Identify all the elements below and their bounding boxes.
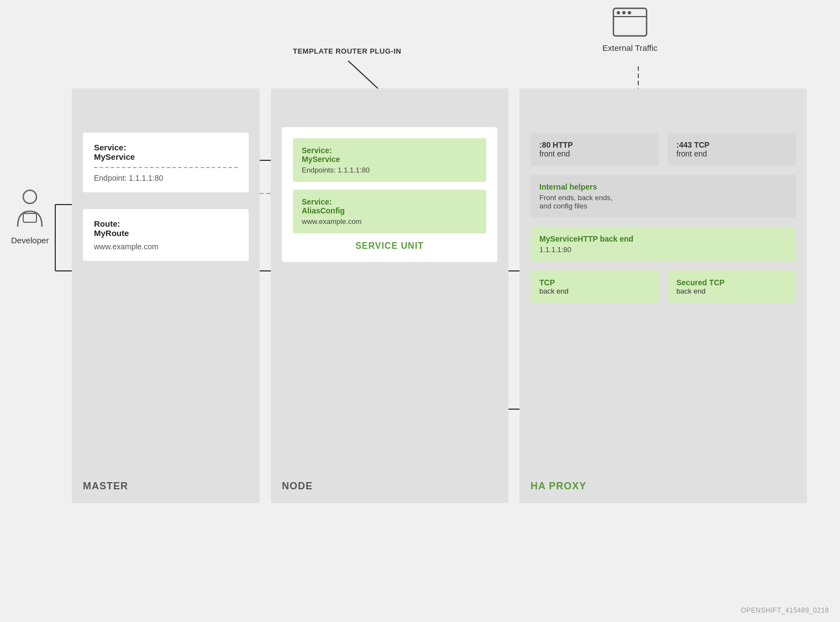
- service-unit-box: Service: MyService Endpoints: 1.1.1.1:80…: [282, 127, 497, 262]
- tcp-frontend-title: :443 TCP: [676, 140, 787, 149]
- node-aliasconfig-url: www.example.com: [302, 217, 477, 226]
- svg-point-19: [628, 11, 631, 14]
- service-myservice-title: Service: MyService: [94, 143, 238, 161]
- backend-row: TCP back end Secured TCP back end: [531, 270, 796, 303]
- master-box: Service: MyService Endpoint: 1.1.1.1:80 …: [72, 88, 260, 503]
- tcp-backend-card: TCP back end: [531, 270, 659, 303]
- tcp-backend-title: TCP: [539, 278, 650, 287]
- internal-helpers-card: Internal helpers Front ends, back ends,a…: [531, 175, 796, 218]
- template-router-label: TEMPLATE ROUTER PLUG-IN: [293, 47, 401, 55]
- master-endpoint: Endpoint: 1.1.1.1:80: [94, 174, 238, 182]
- http-frontend-title: :80 HTTP: [539, 140, 650, 149]
- external-traffic-label: External Traffic: [602, 43, 658, 53]
- external-traffic-section: External Traffic: [602, 6, 658, 53]
- diagram-container: External Traffic TEMPLATE ROUTER PLUG-IN…: [0, 0, 840, 622]
- haproxy-label: HA PROXY: [531, 480, 586, 492]
- myservice-backend-title: MyServiceHTTP back end: [539, 234, 787, 243]
- developer-section: Developer: [11, 188, 49, 245]
- service-unit-label: SERVICE UNIT: [293, 241, 486, 251]
- route-myroute-title: Route: MyRoute: [94, 219, 238, 238]
- node-service-myservice-card: Service: MyService Endpoints: 1.1.1.1:80: [293, 138, 486, 182]
- developer-label: Developer: [11, 236, 49, 245]
- node-aliasconfig-card: Service: AliasConfig www.example.com: [293, 190, 486, 233]
- myservice-backend-sub: 1.1.1.1:80: [539, 245, 787, 254]
- frontend-row: :80 HTTP front end :443 TCP front end: [531, 133, 796, 166]
- tcp-backend-sub: back end: [539, 287, 650, 295]
- svg-point-18: [622, 11, 626, 14]
- node-box: Service: MyService Endpoints: 1.1.1.1:80…: [271, 88, 508, 503]
- secured-tcp-sub: back end: [676, 287, 787, 295]
- svg-rect-21: [23, 213, 36, 222]
- node-service-endpoints: Endpoints: 1.1.1.1:80: [302, 166, 477, 174]
- developer-icon: [13, 188, 46, 232]
- master-dashed-divider: [94, 167, 238, 168]
- svg-point-20: [23, 190, 36, 203]
- svg-point-17: [617, 11, 620, 14]
- secured-tcp-title: Secured TCP: [676, 278, 787, 287]
- tcp-frontend-card: :443 TCP front end: [668, 133, 796, 166]
- node-aliasconfig-title: Service: AliasConfig: [302, 197, 477, 215]
- internal-helpers-sub: Front ends, back ends,and config files: [539, 194, 787, 210]
- node-label: NODE: [282, 480, 313, 492]
- internal-helpers-title: Internal helpers: [539, 182, 787, 191]
- service-myservice-card: Service: MyService Endpoint: 1.1.1.1:80: [83, 133, 249, 192]
- secured-tcp-backend-card: Secured TCP back end: [668, 270, 796, 303]
- master-label: MASTER: [83, 480, 128, 492]
- node-service-myservice-title: Service: MyService: [302, 146, 477, 164]
- browser-icon: [611, 6, 649, 39]
- watermark: OPENSHIFT_415489_0218: [741, 607, 829, 614]
- http-frontend-sub: front end: [539, 149, 650, 158]
- route-myroute-card: Route: MyRoute www.example.com: [83, 209, 249, 261]
- route-url: www.example.com: [94, 242, 238, 251]
- haproxy-box: :80 HTTP front end :443 TCP front end In…: [519, 88, 807, 503]
- http-frontend-card: :80 HTTP front end: [531, 133, 659, 166]
- myservice-backend-card: MyServiceHTTP back end 1.1.1.1:80: [531, 227, 796, 262]
- tcp-frontend-sub: front end: [676, 149, 787, 158]
